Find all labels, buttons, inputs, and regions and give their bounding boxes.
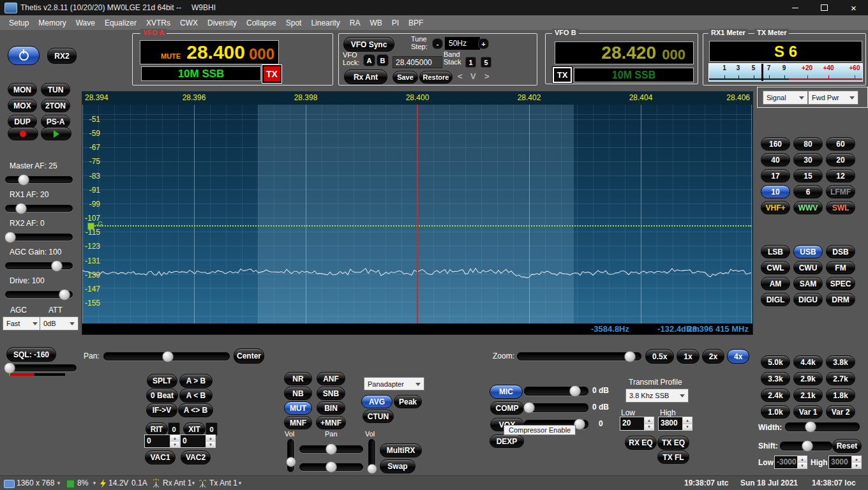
slider-knob[interactable] (15, 203, 27, 214)
rx1-volume-slider[interactable] (287, 439, 294, 472)
chevron-down-icon[interactable]: ▼ (237, 480, 243, 486)
slider-knob[interactable] (802, 440, 813, 452)
record-button[interactable] (8, 127, 38, 140)
filter-4.4k[interactable]: 4.4k (793, 355, 823, 369)
mode-usb[interactable]: USB (793, 245, 823, 258)
mode-digl[interactable]: DIGL (761, 293, 790, 306)
comp-button[interactable]: COMP (490, 401, 524, 415)
minimize-button[interactable] (781, 0, 809, 15)
mode-digu[interactable]: DIGU (793, 293, 823, 306)
menu-item-collapse[interactable]: Collapse (246, 19, 276, 27)
band-10[interactable]: 10 (761, 185, 790, 198)
tune-step-plus-button[interactable]: + (478, 38, 489, 49)
band-stack-5-button[interactable]: 5 (481, 57, 491, 68)
spin-up-icon[interactable]: ▲ (645, 417, 654, 424)
play-button[interactable] (41, 127, 71, 140)
bin-button[interactable]: BIN (317, 401, 345, 415)
rx-ant-button[interactable]: Rx Ant (344, 70, 387, 84)
filter-var1[interactable]: Var 1 (793, 405, 823, 419)
menu-item-cwx[interactable]: CWX (180, 19, 198, 27)
spectrum-plot[interactable]: -G (82, 105, 752, 334)
close-button[interactable]: × (839, 0, 868, 15)
filter-2.1k[interactable]: 2.1k (793, 389, 823, 402)
vfo-lock-a-button[interactable]: A (363, 54, 375, 66)
spin-up-icon[interactable]: ▲ (206, 435, 215, 441)
band-stack-v-button[interactable]: V (470, 71, 476, 81)
vfo-lock-b-button[interactable]: B (377, 54, 389, 66)
tx-high-spinner[interactable]: 3800▲▼ (658, 417, 692, 431)
menu-item-spot[interactable]: Spot (286, 19, 302, 27)
vfo-sync-button[interactable]: VFO Sync (343, 37, 394, 52)
center-button[interactable]: Center (234, 348, 264, 364)
frequency-entry-field[interactable]: 28.405000 (393, 56, 442, 68)
band-20[interactable]: 20 (826, 153, 855, 167)
tune-step-minus-button[interactable]: - (432, 38, 443, 49)
band-stack-prev-button[interactable]: < (458, 71, 463, 81)
band-60[interactable]: 60 (826, 137, 855, 151)
vfo-b-tx-button[interactable]: TX (553, 67, 572, 83)
resolution-status[interactable]: 868 x 490 (17, 479, 54, 487)
band-6[interactable]: 6 (793, 185, 823, 198)
center-frequency-line[interactable] (417, 105, 418, 334)
mode-sam[interactable]: SAM (793, 277, 823, 290)
filter-var2[interactable]: Var 2 (826, 405, 855, 419)
rx2-pan-slider[interactable] (299, 463, 363, 471)
mic-gain-slider[interactable] (524, 387, 588, 396)
rx-eq-button[interactable]: RX EQ (625, 436, 657, 450)
left-button-2ton[interactable]: 2TON (41, 99, 70, 112)
rit-button[interactable]: RIT (146, 422, 168, 436)
spin-up-icon[interactable]: ▲ (170, 435, 179, 441)
menu-item-wb[interactable]: WB (370, 19, 382, 27)
drive-slider[interactable] (5, 291, 73, 298)
menu-item-memory[interactable]: Memory (38, 19, 66, 27)
mode-fm[interactable]: FM (826, 261, 855, 274)
band-lfmf[interactable]: LFMF (826, 185, 855, 198)
nr-button[interactable]: NR (284, 372, 312, 385)
left-button-psa[interactable]: PS-A (41, 115, 70, 128)
slider-knob[interactable] (624, 351, 636, 362)
mode-am[interactable]: AM (761, 277, 790, 290)
spin-up-icon[interactable]: ▲ (683, 417, 692, 424)
vfo-b-frequency-display[interactable]: 28.420 000 (555, 41, 694, 64)
menu-item-diversity[interactable]: Diversity (207, 19, 237, 27)
mode-lsb[interactable]: LSB (761, 245, 790, 258)
band-80[interactable]: 80 (793, 137, 823, 151)
slider-knob[interactable] (367, 464, 377, 474)
slider-knob[interactable] (569, 385, 581, 397)
nb-button[interactable]: NB (284, 387, 312, 400)
zoom-2x[interactable]: 2x (702, 349, 724, 364)
vfo-a-frequency-display[interactable]: MUTE 28.400 000 (140, 40, 279, 64)
menu-item-pi[interactable]: PI (392, 19, 399, 27)
filter-2.9k[interactable]: 2.9k (793, 372, 823, 385)
add-mnf-button[interactable]: +MNF (316, 416, 346, 429)
filter-1.0k[interactable]: 1.0k (761, 405, 790, 419)
att-select[interactable]: 0dB (40, 316, 79, 330)
anf-button[interactable]: ANF (317, 372, 345, 385)
filter-high-spinner[interactable]: 3000▲▼ (828, 456, 862, 469)
tx-low-spinner[interactable]: 20▲▼ (620, 417, 654, 431)
spin-down-icon[interactable]: ▼ (852, 462, 861, 468)
vfo-a-band-mode-display[interactable]: 10M SSB (141, 66, 261, 81)
band-40[interactable]: 40 (761, 153, 790, 167)
spin-down-icon[interactable]: ▼ (170, 441, 179, 447)
filter-2.4k[interactable]: 2.4k (761, 389, 790, 402)
squelch-slider[interactable] (5, 364, 77, 371)
band-stack-next-button[interactable]: > (484, 71, 490, 81)
agc-gain-slider[interactable] (5, 262, 73, 269)
spin-down-icon[interactable]: ▼ (645, 424, 654, 431)
menu-item-ra[interactable]: RA (350, 19, 361, 27)
slider-knob[interactable] (523, 402, 535, 413)
filter-1.8k[interactable]: 1.8k (826, 389, 855, 402)
tx-antenna-status[interactable]: Tx Ant 1 (209, 479, 237, 487)
mode-cwl[interactable]: CWL (761, 261, 790, 274)
slider-knob[interactable] (51, 260, 63, 272)
a-to-b-button[interactable]: A > B (179, 374, 213, 388)
mnf-button[interactable]: MNF (284, 416, 312, 429)
rx1-pan-slider[interactable] (299, 445, 363, 453)
rx-antenna-status[interactable]: Rx Ant 1 (163, 479, 191, 487)
display-mode-select[interactable]: Panadapter (364, 377, 424, 390)
band-swl[interactable]: SWL (826, 201, 855, 214)
band-17[interactable]: 17 (761, 169, 790, 182)
cpu-status[interactable]: 8% (77, 479, 88, 487)
spin-up-icon[interactable]: ▲ (852, 456, 861, 462)
